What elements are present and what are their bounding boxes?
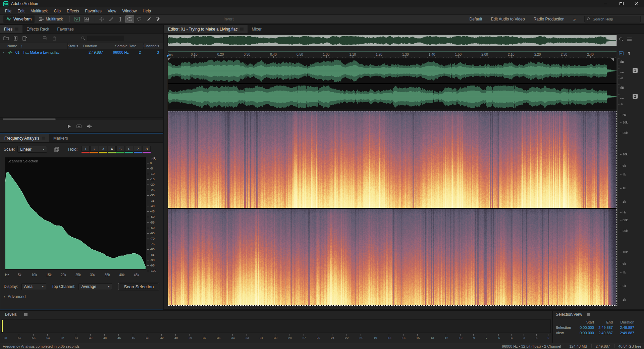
menu-item[interactable]: Effects — [64, 7, 82, 15]
filter-icon[interactable] — [627, 51, 631, 55]
column-channels[interactable]: Channels — [144, 43, 164, 49]
auto-scroll-icon[interactable] — [619, 51, 624, 55]
tab-favorites[interactable]: Favorites — [53, 25, 77, 33]
delete-icon[interactable] — [52, 36, 56, 41]
menu-item[interactable]: File — [2, 7, 14, 15]
hold-button[interactable]: 1 — [82, 146, 90, 152]
view-end-value[interactable]: 2:49.887 — [594, 331, 613, 335]
hold-button[interactable]: 6 — [125, 146, 133, 152]
move-tool-button[interactable] — [98, 15, 106, 23]
horizontal-scrollbar[interactable] — [0, 117, 163, 120]
close-button[interactable] — [629, 0, 644, 7]
fade-handle-icon[interactable] — [168, 58, 170, 61]
scan-selection-button[interactable]: Scan Selection — [118, 283, 159, 290]
panel-menu-icon[interactable] — [42, 137, 45, 139]
top-channel-select[interactable]: Average ▾ — [78, 283, 112, 290]
auto-play-speaker-icon[interactable] — [87, 124, 92, 129]
column-name[interactable]: Name↑ — [7, 43, 68, 49]
spectrogram-channel-2[interactable] — [168, 209, 616, 305]
files-list[interactable]: › 01 - Tr... Make a Living.flac 2:49.887… — [0, 49, 163, 117]
tab-markers[interactable]: Markers — [49, 134, 72, 142]
spot-healing-brush-tool-button[interactable] — [154, 15, 162, 23]
menu-item[interactable]: Help — [140, 7, 154, 15]
workspace-default[interactable]: Default — [469, 17, 482, 21]
column-duration[interactable]: Duration — [83, 43, 115, 49]
menu-item[interactable]: Clip — [51, 7, 64, 15]
playhead[interactable] — [168, 51, 168, 306]
minimize-button[interactable] — [598, 0, 613, 7]
copy-graph-icon[interactable] — [54, 147, 59, 152]
import-file-icon[interactable] — [13, 36, 18, 41]
fade-handle-icon[interactable] — [611, 58, 614, 61]
hold-button[interactable]: 2 — [90, 146, 98, 152]
help-search-box[interactable] — [584, 16, 641, 22]
panel-menu-icon[interactable] — [240, 28, 244, 30]
spectral-display[interactable] — [168, 111, 616, 306]
waveform-channel-1[interactable] — [168, 58, 616, 83]
multitrack-view-button[interactable]: Multitrack — [36, 15, 66, 23]
workspace-radio-production[interactable]: Radio Production — [534, 17, 565, 21]
show-waveform-toggle[interactable] — [73, 15, 81, 23]
menu-item[interactable]: View — [105, 7, 119, 15]
scale-select[interactable]: Linear ▾ — [17, 146, 47, 153]
panel-menu-icon[interactable] — [15, 28, 18, 30]
view-duration-value[interactable]: 2:49.887 — [613, 331, 634, 335]
loop-playback-icon[interactable] — [76, 124, 82, 129]
razor-tool-button[interactable] — [107, 15, 115, 23]
panel-menu-icon[interactable] — [24, 313, 28, 316]
hold-button[interactable]: 8 — [143, 146, 151, 152]
insert-into-multitrack-icon[interactable] — [43, 36, 48, 40]
show-spectral-toggle[interactable] — [83, 15, 91, 23]
timeline-ruler[interactable]: ins 0:100:200:300:400:501:001:101:201:30… — [168, 51, 616, 58]
hold-button[interactable]: 4 — [108, 146, 116, 152]
overview-strip[interactable] — [168, 35, 616, 46]
panel-menu-icon[interactable] — [587, 313, 590, 316]
channel-2-badge[interactable]: 2 — [633, 94, 638, 99]
view-start-value[interactable]: 0:00.000 — [573, 331, 594, 335]
tab-files[interactable]: Files — [0, 25, 22, 33]
selection-start-value[interactable]: 0:00.000 — [573, 326, 594, 330]
panel-options-icon[interactable] — [627, 38, 632, 41]
waveform-channel-2[interactable] — [168, 84, 616, 109]
tab-effects-rack[interactable]: Effects Rack — [22, 25, 53, 33]
new-item-icon[interactable] — [22, 36, 27, 41]
open-folder-icon[interactable] — [3, 36, 9, 40]
menu-item[interactable]: Favorites — [82, 7, 105, 15]
file-row[interactable]: › 01 - Tr... Make a Living.flac 2:49.887… — [0, 49, 163, 56]
restore-button[interactable] — [613, 0, 629, 7]
tab-editor[interactable]: Editor: 01 - Trying to Make a Living.fla… — [164, 25, 248, 33]
channel-1-badge[interactable]: 1 — [633, 68, 638, 73]
scrollbar-thumb[interactable] — [3, 118, 56, 120]
menu-item[interactable]: Multitrack — [28, 7, 51, 15]
spectrogram-channel-1[interactable] — [168, 111, 616, 208]
workspace-overflow-button[interactable]: » — [573, 17, 576, 22]
menu-item[interactable]: Window — [119, 7, 140, 15]
zoom-icon[interactable] — [619, 37, 624, 42]
frequency-graph[interactable]: Scanned Selection — [5, 157, 146, 269]
marquee-selection-tool-button[interactable] — [126, 15, 134, 23]
files-search-input[interactable] — [87, 36, 124, 41]
column-status[interactable]: Status — [68, 43, 83, 49]
waveform-view-button[interactable]: Waveform — [3, 15, 35, 23]
hold-button[interactable]: 7 — [134, 146, 142, 152]
menu-item[interactable]: Edit — [14, 7, 28, 15]
hold-button[interactable]: 5 — [116, 146, 124, 152]
column-sample-rate[interactable]: Sample Rate — [115, 43, 144, 49]
lasso-selection-tool-button[interactable] — [135, 15, 143, 23]
tab-mixer[interactable]: Mixer — [248, 25, 265, 33]
invert-button[interactable]: Invert — [224, 17, 234, 21]
selection-duration-value[interactable]: 2:49.887 — [613, 326, 634, 330]
workspace-edit-audio-to-video[interactable]: Edit Audio to Video — [491, 17, 525, 21]
expand-chevron-icon[interactable]: › — [0, 50, 7, 54]
advanced-section[interactable]: › Advanced — [0, 291, 163, 299]
hold-button[interactable]: 3 — [99, 146, 107, 152]
playhead-marker-icon[interactable] — [166, 55, 169, 57]
tab-frequency-analysis[interactable]: Frequency Analysis — [0, 134, 49, 142]
display-select[interactable]: Area ▾ — [21, 283, 46, 290]
play-icon[interactable] — [67, 124, 71, 129]
help-search-input[interactable] — [593, 17, 636, 21]
vertical-scrollbar[interactable] — [616, 58, 618, 306]
files-search[interactable] — [81, 36, 124, 41]
time-selection-tool-button[interactable] — [116, 15, 124, 23]
selection-end-value[interactable]: 2:49.887 — [594, 326, 613, 330]
